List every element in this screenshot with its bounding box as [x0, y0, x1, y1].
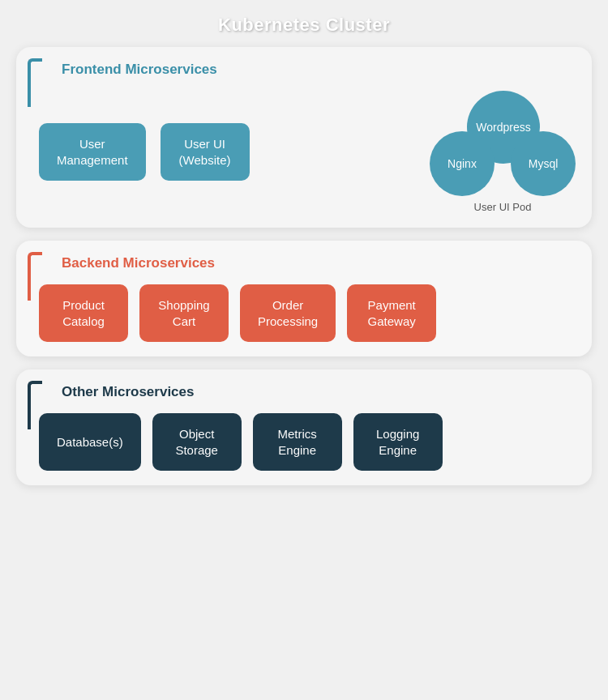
user-ui-button[interactable]: User UI(Website) — [161, 123, 250, 181]
product-catalog-button[interactable]: ProductCatalog — [39, 284, 128, 342]
frontend-microservices-section: Frontend Microservices UserManagement Us… — [16, 47, 592, 228]
payment-gateway-button[interactable]: PaymentGateway — [347, 284, 436, 342]
frontend-section-label: Frontend Microservices — [55, 62, 217, 78]
pod-label: User UI Pod — [474, 201, 532, 213]
backend-bracket-decoration — [28, 252, 42, 301]
backend-microservices-section: Backend Microservices ProductCatalog Sho… — [16, 241, 592, 356]
pod-circles-group: Wordpress Nginx Mysql — [430, 91, 576, 196]
page-title: Kubernetes Cluster — [218, 15, 390, 36]
other-bracket-decoration — [28, 381, 42, 429]
shopping-cart-button[interactable]: ShoppingCart — [139, 284, 229, 342]
other-section-label: Other Microservices — [55, 384, 194, 400]
metrics-engine-button[interactable]: MetricsEngine — [253, 413, 342, 471]
mysql-circle: Mysql — [511, 131, 576, 196]
logging-engine-button[interactable]: LoggingEngine — [353, 413, 443, 471]
user-management-button[interactable]: UserManagement — [39, 123, 146, 181]
frontend-bracket-decoration — [28, 58, 42, 107]
databases-button[interactable]: Database(s) — [39, 413, 141, 471]
object-storage-button[interactable]: ObjectStorage — [152, 413, 242, 471]
user-ui-pod: Wordpress Nginx Mysql User UI Pod — [430, 91, 576, 213]
other-microservices-section: Other Microservices Database(s) ObjectSt… — [16, 369, 592, 485]
backend-section-label: Backend Microservices — [55, 255, 215, 271]
order-processing-button[interactable]: OrderProcessing — [240, 284, 336, 342]
frontend-buttons-group: UserManagement User UI(Website) — [39, 123, 250, 181]
other-buttons-group: Database(s) ObjectStorage MetricsEngine … — [32, 413, 576, 471]
nginx-circle: Nginx — [430, 131, 495, 196]
backend-buttons-group: ProductCatalog ShoppingCart OrderProcess… — [32, 284, 576, 342]
